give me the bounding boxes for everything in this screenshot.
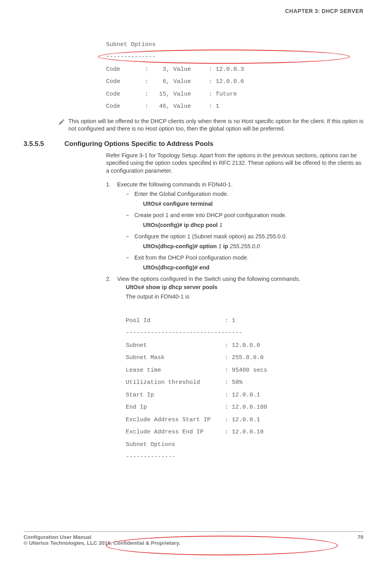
substep-text: Enter the Global Configuration mode. xyxy=(134,191,228,197)
step-1: Execute the following commands in FDN40-… xyxy=(106,181,363,272)
substeps: Enter the Global Configuration mode. Ult… xyxy=(117,190,363,272)
command-arg: 1 xyxy=(219,222,222,228)
code-line: Subnet Options xyxy=(126,441,175,448)
note-text: This option will be offered to the DHCP … xyxy=(68,118,363,133)
code-line: End Ip : 12.0.0.100 xyxy=(126,404,267,411)
step-list: Execute the following commands in FDN40-… xyxy=(106,181,363,463)
section-title: Configuring Options Specific to Address … xyxy=(64,140,213,147)
footer: Configuration User Manual 70 © Ulterius … xyxy=(24,531,363,546)
code-line: Exclude Address Start IP : 12.0.0.1 xyxy=(126,417,260,423)
code-line: Exclude Address End IP : 12.0.0.10 xyxy=(126,429,264,435)
substep-text: Configure the option 1 (Subnet mask opti… xyxy=(134,233,287,240)
page: CHAPTER 3: DHCP SERVER Subnet Options --… xyxy=(0,0,387,559)
command: ip xyxy=(222,243,230,249)
code-line: Code : 46, Value : 1 xyxy=(106,103,219,110)
command-arg: 1 xyxy=(218,243,222,249)
note: This option will be offered to the DHCP … xyxy=(58,118,363,133)
command-arg: 255.255.0.0 xyxy=(230,243,260,249)
substep: Configure the option 1 (Subnet mask opti… xyxy=(126,232,363,251)
footer-copyright: © Ulterius Technologies, LLC 2016. Confi… xyxy=(24,540,180,546)
section-heading: 3.5.5.5 Configuring Options Specific to … xyxy=(24,140,363,148)
code-line: Code : 3, Value : 12.0.0.3 xyxy=(106,66,244,73)
code-block-1: Subnet Options -------------- Code : 3, … xyxy=(106,26,363,113)
step-text: Execute the following commands in FDN40-… xyxy=(117,181,233,188)
code-line: -------------- xyxy=(106,53,156,60)
command: UltOs(dhcp-config)# end xyxy=(143,264,209,271)
code-line: Subnet Options xyxy=(106,41,156,48)
code-line: --------------------------------- xyxy=(126,330,242,336)
substep-text: Create pool 1 and enter into DHCP pool c… xyxy=(134,212,286,218)
code-line: Start Ip : 12.0.0.1 xyxy=(126,392,260,398)
code-line: Code : 15, Value : future xyxy=(106,91,237,98)
code-block-2: Pool Id : 1 ----------------------------… xyxy=(126,302,363,463)
code-line: Subnet : 12.0.0.0 xyxy=(126,342,260,349)
section-number: 3.5.5.5 xyxy=(24,140,63,148)
chapter-header: CHAPTER 3: DHCP SERVER xyxy=(24,8,363,14)
step-2: View the options configured in the Switc… xyxy=(106,275,363,463)
code-block-1-wrap: Subnet Options -------------- Code : 3, … xyxy=(106,26,363,113)
code-line: Lease time : 95400 secs xyxy=(126,367,267,374)
code-line: Pool Id : 1 xyxy=(126,317,235,324)
step-text: View the options configured in the Switc… xyxy=(117,276,300,282)
pencil-icon xyxy=(58,118,65,127)
command: UltOs# show ip dhcp server pools xyxy=(126,284,218,290)
section-intro: Refer Figure 3-1 for Topology Setup. Apa… xyxy=(106,152,363,175)
substep: Enter the Global Configuration mode. Ult… xyxy=(126,190,363,208)
command: UltOs# configure terminal xyxy=(143,201,213,207)
substep: Create pool 1 and enter into DHCP pool c… xyxy=(126,211,363,229)
substep-text: Exit from the DHCP Pool configuration mo… xyxy=(134,254,249,261)
code-line: Code : 6, Value : 12.0.0.6 xyxy=(106,78,244,85)
command: UltOs(config)# ip dhcp pool xyxy=(143,222,219,228)
code-line: Subnet Mask : 255.0.0.0 xyxy=(126,354,264,361)
code-line: -------------- xyxy=(126,453,175,460)
substep: Exit from the DHCP Pool configuration mo… xyxy=(126,254,363,272)
footer-title: Configuration User Manual xyxy=(24,534,92,540)
page-number: 70 xyxy=(358,534,363,540)
output-intro: The output in FDN40-1 is xyxy=(126,293,363,300)
code-line: Utilization threshold : 50% xyxy=(126,379,242,386)
command: UltOs(dhcp-config)# option xyxy=(143,243,218,249)
